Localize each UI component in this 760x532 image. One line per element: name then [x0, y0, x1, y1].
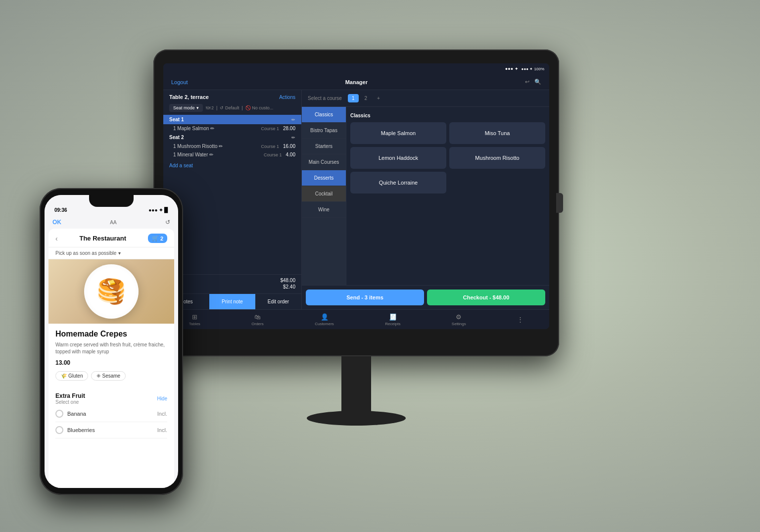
menu-item-quiche-lorraine[interactable]: Quiche Lorraine [350, 172, 446, 193]
right-top-bar: Select a course 1 2 + [302, 90, 549, 107]
course-tab-2[interactable]: 2 [361, 94, 372, 102]
add-seat-button[interactable]: Add a seat [163, 159, 301, 172]
seat-mode-label: Seat mode [173, 105, 195, 110]
table-header: Table 2, terrace Actions [163, 90, 301, 102]
extras-option-banana[interactable]: Banana Incl. [55, 406, 167, 422]
food-details: Homemade Crepes Warm crepe served with f… [48, 324, 174, 392]
tablet-base [307, 411, 406, 426]
seat-1-label: Seat 1 [169, 117, 184, 122]
seat-mode-button[interactable]: Seat mode ▾ [169, 104, 203, 112]
option-banana-label: Banana [67, 411, 86, 417]
phone-notch [89, 195, 134, 207]
print-note-button[interactable]: Print note [209, 294, 255, 309]
order-item-mushroom-risotto[interactable]: 1 Mushroom Risotto ✏ Course 1 16.00 [163, 142, 301, 150]
tablet-outer-frame: ●●● ✦ ●●● ✦ 100% Logout Manager ↩ 🔍 Tabl… [153, 49, 559, 356]
category-starters[interactable]: Starters [302, 139, 346, 154]
item-price: 28.00 [283, 126, 295, 131]
course-tab-1[interactable]: 1 [348, 94, 359, 102]
extras-option-blueberries[interactable]: Blueberries Incl. [55, 422, 167, 438]
cart-icon: 🛒 [152, 235, 159, 242]
browser-aa-button[interactable]: AA [110, 220, 116, 225]
nav-receipts-label: Receipts [385, 322, 400, 326]
nav-receipts[interactable]: 🧾 Receipts [385, 313, 400, 326]
option-blueberries-label: Blueberries [67, 427, 95, 433]
item-name: 1 Mineral Water ✏ [173, 152, 260, 157]
category-bistro-tapas[interactable]: Bistro Tapas [302, 123, 346, 139]
menu-item-miso-tuna[interactable]: Miso Tuna [449, 122, 545, 144]
nav-customers[interactable]: 👤 Customers [315, 313, 334, 326]
blueberries-price: Incl. [157, 427, 167, 433]
seat-2-edit-icon[interactable]: ✏ [291, 135, 295, 140]
edit-order-button[interactable]: Edit order [255, 294, 301, 309]
receipts-icon: 🧾 [389, 313, 397, 321]
category-wine[interactable]: Wine [302, 202, 346, 218]
browser-ok-button[interactable]: OK [52, 219, 61, 226]
nav-settings-label: Settings [452, 322, 466, 326]
search-icon[interactable]: 🔍 [534, 79, 541, 85]
nav-tables[interactable]: ⊞ Tables [189, 313, 200, 326]
allergen-gluten: 🌾 Gluten [55, 371, 88, 381]
item-name: 1 Maple Salmon ✏ [173, 126, 257, 131]
tablet-topbar: Logout Manager ↩ 🔍 [163, 74, 549, 90]
phone-browser-bar: OK AA ↺ [45, 217, 178, 229]
food-emoji: 🥞 [96, 278, 126, 305]
phone-device: 09:36 ●●● ✦ ▉ OK AA ↺ ‹ The Restaurant 🛒… [40, 188, 183, 495]
menu-item-maple-salmon[interactable]: Maple Salmon [350, 122, 446, 144]
pickup-bar: Pick up as soon as possible ▾ [48, 247, 174, 259]
food-image: 🥞 [48, 259, 174, 324]
seat-info: 🍽 2 | ↺ Default | 🚫 No custo... [206, 105, 274, 110]
menu-item-mushroom-risotto[interactable]: Mushroom Risotto [449, 147, 545, 169]
back-icon[interactable]: ↩ [525, 79, 529, 85]
extras-title: Extra Fruit [55, 392, 85, 399]
category-classics[interactable]: Classics [302, 107, 346, 123]
nav-settings[interactable]: ⚙ Settings [452, 313, 466, 326]
browser-refresh-button[interactable]: ↺ [165, 219, 170, 226]
cart-button[interactable]: 🛒 2 [148, 234, 167, 243]
extras-hide-button[interactable]: Hide [157, 396, 167, 401]
allergen-tags: 🌾 Gluten ⁜ Sesame [55, 371, 167, 381]
tablet-device: ●●● ✦ ●●● ✦ 100% Logout Manager ↩ 🔍 Tabl… [153, 49, 559, 356]
seat-1-row[interactable]: Seat 1 ✏ [163, 115, 301, 124]
seat-1-edit-icon[interactable]: ✏ [291, 117, 295, 122]
gluten-label: Gluten [68, 373, 83, 379]
food-plate: 🥞 [84, 264, 139, 319]
tablet-side-knob [556, 193, 563, 213]
sesame-label: Sesame [102, 373, 120, 379]
nav-orders[interactable]: 🛍 Orders [251, 313, 263, 326]
menu-item-lemon-haddock[interactable]: Lemon Haddock [350, 147, 446, 169]
left-bottom-buttons: Notes Print note Edit order [163, 293, 301, 309]
logout-button[interactable]: Logout [171, 79, 188, 85]
seat-2-row[interactable]: Seat 2 ✏ [163, 133, 301, 142]
left-totals: $48.00 $2.40 [163, 274, 301, 293]
customers-icon: 👤 [321, 313, 329, 321]
phone-screen: 09:36 ●●● ✦ ▉ OK AA ↺ ‹ The Restaurant 🛒… [45, 195, 178, 488]
food-name: Homemade Crepes [55, 330, 167, 339]
app-title: The Restaurant [79, 235, 126, 242]
nav-tables-label: Tables [189, 322, 200, 326]
send-items-button[interactable]: Send - 3 items [306, 290, 424, 305]
radio-banana[interactable] [55, 410, 63, 418]
item-name: 1 Mushroom Risotto ✏ [173, 144, 257, 149]
phone-time: 09:36 [54, 207, 67, 213]
nav-customers-label: Customers [315, 322, 334, 326]
order-item-mineral-water[interactable]: 1 Mineral Water ✏ Course 1 4.00 [163, 150, 301, 159]
select-course-label: Select a course [308, 96, 342, 101]
app-header: ‹ The Restaurant 🛒 2 [48, 229, 174, 247]
radio-blueberries[interactable] [55, 426, 63, 434]
category-desserts[interactable]: Desserts [302, 170, 346, 186]
category-main-courses[interactable]: Main Courses [302, 154, 346, 170]
actions-button[interactable]: Actions [279, 95, 295, 100]
more-icon: ⋮ [517, 316, 523, 323]
orders-icon: 🛍 [254, 313, 261, 321]
seat-controls: Seat mode ▾ 🍽 2 | ↺ Default | 🚫 No custo… [163, 102, 301, 115]
phone-app-content: ‹ The Restaurant 🛒 2 Pick up as soon as … [48, 229, 174, 488]
course-tab-plus[interactable]: + [373, 94, 384, 102]
back-button[interactable]: ‹ [55, 235, 58, 242]
order-item-maple-salmon[interactable]: 1 Maple Salmon ✏ Course 1 28.00 [163, 124, 301, 133]
food-price: 13.00 [55, 359, 167, 366]
nav-more[interactable]: ⋮ [517, 316, 523, 323]
right-bottom-buttons: Send - 3 items Checkout - $48.00 [302, 285, 549, 309]
checkout-button[interactable]: Checkout - $48.00 [427, 290, 545, 305]
right-panel: Select a course 1 2 + Classics Bistro Ta… [302, 90, 549, 309]
category-cocktail[interactable]: Cocktail [302, 186, 346, 202]
